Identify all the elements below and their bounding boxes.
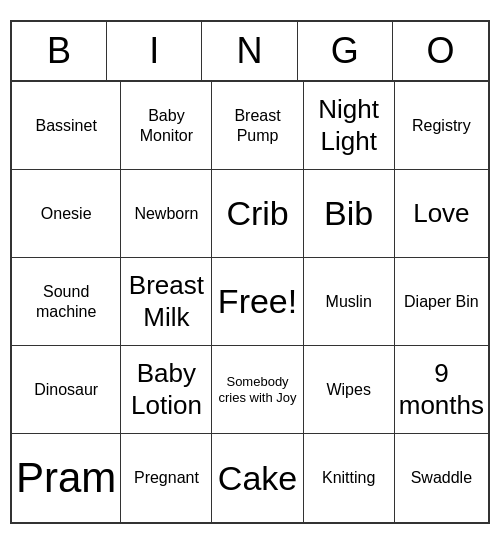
bingo-cell: Sound machine (12, 258, 121, 346)
cell-text: Baby Monitor (125, 106, 207, 144)
header-letter: N (202, 22, 297, 80)
cell-text: Breast Pump (216, 106, 298, 144)
cell-text: Newborn (134, 204, 198, 223)
cell-text: Dinosaur (34, 380, 98, 399)
bingo-cell: Registry (395, 82, 488, 170)
cell-text: Night Light (308, 94, 390, 156)
bingo-cell: Free! (212, 258, 303, 346)
bingo-cell: Muslin (304, 258, 395, 346)
bingo-cell: Onesie (12, 170, 121, 258)
cell-text: Free! (218, 281, 297, 322)
bingo-cell: Newborn (121, 170, 212, 258)
bingo-cell: Baby Monitor (121, 82, 212, 170)
cell-text: Crib (226, 193, 288, 234)
bingo-cell: Wipes (304, 346, 395, 434)
bingo-cell: Bassinet (12, 82, 121, 170)
bingo-grid: BassinetBaby MonitorBreast PumpNight Lig… (12, 82, 488, 522)
cell-text: Cake (218, 458, 297, 499)
cell-text: Breast Milk (125, 270, 207, 332)
cell-text: Pregnant (134, 468, 199, 487)
cell-text: Pram (16, 453, 116, 503)
cell-text: Love (413, 198, 469, 229)
bingo-cell: Somebody cries with Joy (212, 346, 303, 434)
cell-text: Bassinet (35, 116, 96, 135)
cell-text: Swaddle (411, 468, 472, 487)
bingo-cell: Knitting (304, 434, 395, 522)
bingo-cell: Pregnant (121, 434, 212, 522)
bingo-cell: Breast Pump (212, 82, 303, 170)
bingo-card: BINGO BassinetBaby MonitorBreast PumpNig… (10, 20, 490, 524)
cell-text: Baby Lotion (125, 358, 207, 420)
cell-text: Somebody cries with Joy (216, 374, 298, 405)
bingo-cell: Dinosaur (12, 346, 121, 434)
cell-text: Muslin (326, 292, 372, 311)
bingo-cell: 9 months (395, 346, 488, 434)
bingo-header: BINGO (12, 22, 488, 82)
cell-text: Knitting (322, 468, 375, 487)
bingo-cell: Breast Milk (121, 258, 212, 346)
bingo-cell: Love (395, 170, 488, 258)
bingo-cell: Cake (212, 434, 303, 522)
header-letter: I (107, 22, 202, 80)
bingo-cell: Pram (12, 434, 121, 522)
bingo-cell: Bib (304, 170, 395, 258)
header-letter: G (298, 22, 393, 80)
cell-text: Onesie (41, 204, 92, 223)
bingo-cell: Baby Lotion (121, 346, 212, 434)
cell-text: Bib (324, 193, 373, 234)
cell-text: Registry (412, 116, 471, 135)
cell-text: 9 months (399, 358, 484, 420)
bingo-cell: Crib (212, 170, 303, 258)
bingo-cell: Night Light (304, 82, 395, 170)
header-letter: O (393, 22, 488, 80)
bingo-cell: Swaddle (395, 434, 488, 522)
header-letter: B (12, 22, 107, 80)
bingo-cell: Diaper Bin (395, 258, 488, 346)
cell-text: Diaper Bin (404, 292, 479, 311)
cell-text: Sound machine (16, 282, 116, 320)
cell-text: Wipes (326, 380, 370, 399)
